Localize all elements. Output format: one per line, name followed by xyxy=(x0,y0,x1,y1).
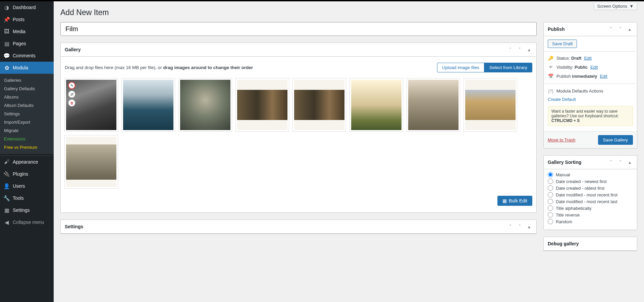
edit-image-icon[interactable]: ✎ xyxy=(68,82,75,89)
sorting-heading: Gallery Sorting xyxy=(544,156,585,169)
main-content: Screen Options ▼ Add New Item Gallery ˄ … xyxy=(54,1,644,302)
sort-label: Date modified - most recent first xyxy=(556,192,618,197)
page-title: Add New Item xyxy=(60,1,637,22)
collapse-menu[interactable]: ◀ Collapse menu xyxy=(0,216,54,228)
nav-tools[interactable]: 🔧Tools xyxy=(0,192,54,204)
sort-option[interactable]: Manual xyxy=(548,171,633,178)
gallery-item[interactable] xyxy=(407,78,460,131)
sort-option[interactable]: Title alphabetically xyxy=(548,205,633,212)
nav-plugins[interactable]: 🔌Plugins xyxy=(0,168,54,180)
screen-options-toggle[interactable]: Screen Options ▼ xyxy=(594,3,637,10)
move-up-icon[interactable]: ˄ xyxy=(505,222,515,231)
edit-status-link[interactable]: Edit xyxy=(584,56,591,61)
gallery-item[interactable] xyxy=(236,78,289,131)
sort-option[interactable]: Date created - newest first xyxy=(548,178,633,185)
sort-label: Manual xyxy=(556,172,570,177)
gallery-item[interactable] xyxy=(350,78,403,131)
sort-option[interactable]: Random xyxy=(548,218,633,225)
gallery-item[interactable] xyxy=(293,78,346,131)
nav-posts[interactable]: 📌Posts xyxy=(0,13,54,25)
upload-image-files-button[interactable]: Upload image files xyxy=(437,63,484,72)
gallery-item[interactable] xyxy=(464,78,517,131)
move-up-icon[interactable]: ˄ xyxy=(606,24,615,34)
sort-radio[interactable] xyxy=(548,205,553,211)
settings-metabox: Settings ˄ ˅ ▴ xyxy=(60,220,537,234)
gallery-thumbnails[interactable]: ✎ ⇄ 🗑 xyxy=(61,78,536,192)
move-to-trash-link[interactable]: Move to Trash xyxy=(548,137,575,142)
toggle-panel-icon[interactable]: ▴ xyxy=(524,45,534,54)
subnav-item[interactable]: Galleries xyxy=(0,76,54,84)
sort-option[interactable]: Title reverse xyxy=(548,212,633,218)
nav-appearance[interactable]: 🖌Appearance xyxy=(0,156,54,168)
menu-icon: ◑ xyxy=(3,4,10,11)
menu-icon: 📌 xyxy=(3,16,10,23)
subnav-item[interactable]: Extensions xyxy=(0,135,54,143)
keyboard-shortcut-tip: Want a faster and easier way to save gal… xyxy=(548,106,633,126)
gallery-item[interactable] xyxy=(65,135,118,188)
create-default-link[interactable]: Create Default xyxy=(548,96,633,103)
move-down-icon[interactable]: ˅ xyxy=(515,222,524,231)
sort-option[interactable]: Date modified - most recent first xyxy=(548,191,633,198)
save-draft-button[interactable]: Save Draft xyxy=(548,40,577,48)
move-down-icon[interactable]: ˅ xyxy=(615,158,625,167)
status-row: 🔑 Status: Draft Edit xyxy=(548,54,633,63)
nav-media[interactable]: 🖼Media xyxy=(0,25,54,38)
defaults-actions-row: [?] Modula Defaults Actions xyxy=(548,86,633,96)
subnav-item[interactable]: Album Defaults xyxy=(0,101,54,110)
menu-label: Users xyxy=(13,183,25,189)
subnav-item[interactable]: Gallery Defaults xyxy=(0,84,54,93)
gallery-item[interactable] xyxy=(179,78,232,131)
menu-label: Dashboard xyxy=(13,5,36,10)
toggle-panel-icon[interactable]: ▴ xyxy=(625,24,634,34)
sort-radio[interactable] xyxy=(548,212,553,218)
subnav-item[interactable]: Albums xyxy=(0,93,54,101)
menu-label: Modula xyxy=(13,65,28,70)
sort-radio[interactable] xyxy=(548,219,553,224)
move-down-icon[interactable]: ˅ xyxy=(615,24,625,34)
subnav-item[interactable]: Free vs Premium xyxy=(0,143,54,152)
gallery-item[interactable] xyxy=(122,78,175,131)
post-title-input[interactable] xyxy=(60,22,537,36)
nav-users[interactable]: 👤Users xyxy=(0,180,54,192)
sort-label: Date created - oldest first xyxy=(556,186,604,191)
sort-option[interactable]: Date modified - most recent last xyxy=(548,198,633,205)
edit-schedule-link[interactable]: Edit xyxy=(600,74,607,79)
nav-comments[interactable]: 💬Comments xyxy=(0,50,54,62)
sort-radio[interactable] xyxy=(548,192,553,197)
shuffle-image-icon[interactable]: ⇄ xyxy=(68,90,75,98)
move-up-icon[interactable]: ˄ xyxy=(505,45,515,54)
edit-visibility-link[interactable]: Edit xyxy=(590,65,598,70)
sort-radio[interactable] xyxy=(548,199,553,204)
delete-image-icon[interactable]: 🗑 xyxy=(68,99,75,107)
save-gallery-button[interactable]: Save Gallery xyxy=(598,135,633,145)
menu-label: Comments xyxy=(13,53,36,58)
schedule-row: 📅 Publish immediately Edit xyxy=(548,72,633,81)
menu-label: Posts xyxy=(13,17,24,22)
nav-pages[interactable]: ▤Pages xyxy=(0,38,54,50)
admin-sidebar: ◑Dashboard📌Posts🖼Media▤Pages💬Comments✿Mo… xyxy=(0,1,54,302)
nav-modula[interactable]: ✿Modula xyxy=(0,62,54,74)
sort-label: Title reverse xyxy=(556,213,580,218)
subnav-item[interactable]: Import/Export xyxy=(0,118,54,126)
nav-dashboard[interactable]: ◑Dashboard xyxy=(0,1,54,13)
bulk-edit-button[interactable]: ▦ Bulk Edit xyxy=(497,196,532,206)
move-up-icon[interactable]: ˄ xyxy=(606,158,615,167)
toggle-panel-icon[interactable]: ▴ xyxy=(625,158,634,167)
menu-label: Plugins xyxy=(13,171,28,177)
nav-settings[interactable]: ▦Settings xyxy=(0,204,54,216)
publish-heading: Publish xyxy=(544,22,569,36)
gallery-item[interactable]: ✎ ⇄ 🗑 xyxy=(65,78,118,131)
subnav-item[interactable]: Migrate xyxy=(0,126,54,135)
sort-option[interactable]: Date created - oldest first xyxy=(548,185,633,191)
menu-icon: 👤 xyxy=(3,183,10,189)
move-down-icon[interactable]: ˅ xyxy=(515,45,524,54)
sort-radio[interactable] xyxy=(548,179,553,184)
debug-heading: Debug gallery xyxy=(544,237,583,250)
toggle-panel-icon[interactable]: ▴ xyxy=(524,222,534,231)
subnav-item[interactable]: Settings xyxy=(0,110,54,118)
bulk-edit-label: Bulk Edit xyxy=(509,198,527,203)
sort-radio[interactable] xyxy=(548,172,553,177)
sort-radio[interactable] xyxy=(548,185,553,191)
select-from-library-button[interactable]: Select from Library xyxy=(484,63,532,72)
key-icon: 🔑 xyxy=(548,56,554,61)
